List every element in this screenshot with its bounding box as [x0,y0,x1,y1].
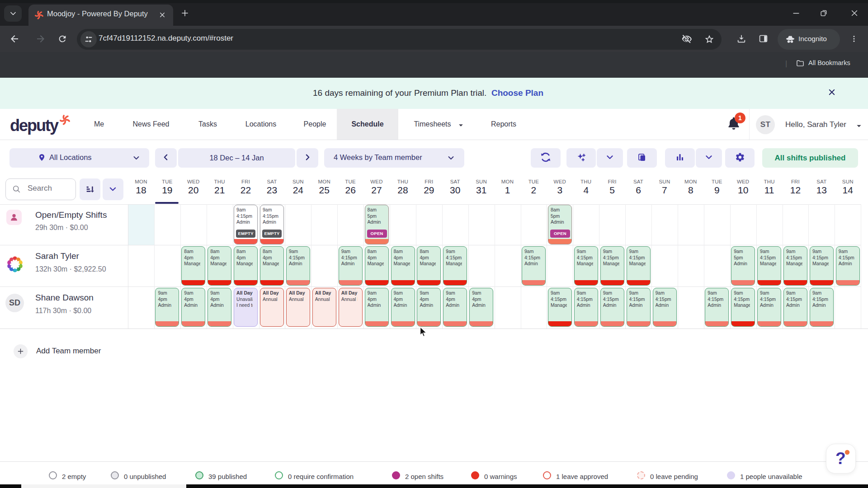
svg-text:?: ? [835,449,846,467]
